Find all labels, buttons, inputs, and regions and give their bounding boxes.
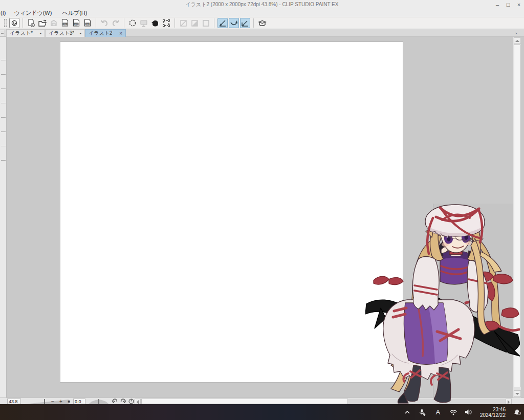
- publish-button[interactable]: [139, 18, 149, 28]
- redo-button[interactable]: [111, 18, 121, 28]
- fill-ink-button[interactable]: [150, 18, 160, 28]
- save-button[interactable]: [49, 18, 59, 28]
- square-halffill-icon: [191, 19, 199, 27]
- snap-curve-icon: [230, 19, 238, 27]
- anime-character-overlay: [365, 203, 520, 404]
- snap-ruler-icon: [219, 19, 227, 27]
- window-title: イラスト2 (2000 x 2000px 72dpi 43.8%) - CLIP…: [0, 1, 524, 8]
- tab-illust1[interactable]: イラスト* ●: [6, 29, 45, 37]
- ink-bucket-icon: [151, 19, 160, 27]
- open-folder-icon: [38, 19, 47, 27]
- volume-icon[interactable]: [465, 408, 473, 416]
- rotate-left-button[interactable]: [112, 399, 118, 404]
- tab-label: イラスト3*: [49, 30, 74, 37]
- zoom-value-field[interactable]: 43.8: [7, 399, 21, 404]
- export-psd-button[interactable]: psd: [82, 18, 93, 28]
- toolbar-separator: [96, 18, 96, 28]
- ime-indicator[interactable]: A: [434, 408, 442, 416]
- palette-strip-ticks: [1, 46, 6, 164]
- modified-dot-icon: ●: [75, 32, 81, 35]
- publish-icon: [140, 19, 148, 27]
- frame-c-button[interactable]: [201, 18, 211, 28]
- rotation-value-field[interactable]: 0.0: [73, 399, 85, 404]
- notification-bell-icon[interactable]: [513, 408, 521, 416]
- undo-icon: [100, 19, 108, 27]
- export-png-label: png: [74, 23, 78, 26]
- material-box-button[interactable]: [257, 18, 267, 28]
- wifi-icon[interactable]: [449, 408, 457, 416]
- toolbar-separator: [214, 18, 214, 28]
- menu-bar: (I) ウィンドウ(W) ヘルプ(H): [0, 9, 524, 17]
- toolbar-separator: [253, 18, 254, 28]
- clock-time: 23:46: [480, 407, 506, 412]
- export-jpg-button[interactable]: jpg: [60, 18, 70, 28]
- toolbar-separator: [174, 18, 175, 28]
- new-file-button[interactable]: [26, 18, 36, 28]
- square-outline-icon: [202, 19, 210, 27]
- clip-studio-button[interactable]: [9, 18, 19, 28]
- scroll-left-button[interactable]: [135, 399, 141, 404]
- snap-grid-button[interactable]: [240, 18, 250, 28]
- snap-special-ruler-button[interactable]: [229, 18, 239, 28]
- clip-studio-paint-window: イラスト2 (2000 x 2000px 72dpi 43.8%) - CLIP…: [0, 0, 524, 420]
- export-jpg-label: jpg: [63, 23, 67, 26]
- undo-button[interactable]: [99, 18, 110, 28]
- export-png-button[interactable]: png: [71, 18, 81, 28]
- reset-rotation-button[interactable]: [128, 399, 135, 404]
- maximize-button[interactable]: □: [505, 2, 511, 8]
- frame-b-button[interactable]: [189, 18, 200, 28]
- new-file-icon: [27, 19, 35, 27]
- windows-taskbar: A 23:46 2024/12/22: [0, 404, 524, 420]
- command-bar: jpg png psd: [0, 17, 524, 29]
- tab-label: イラスト*: [10, 30, 33, 37]
- microphone-tray-icon[interactable]: [419, 408, 427, 416]
- toolbar-grip[interactable]: [4, 19, 7, 27]
- document-tab-bar: イラスト* ● イラスト3* ● イラスト2 × ⌄: [0, 29, 524, 37]
- toolbar-separator: [124, 18, 124, 28]
- rotation-slider-thumb[interactable]: [98, 399, 99, 404]
- menu-item-filter-clipped[interactable]: (I): [0, 10, 9, 16]
- drawing-canvas[interactable]: [60, 42, 403, 382]
- export-psd-label: psd: [85, 23, 90, 26]
- menu-item-help[interactable]: ヘルプ(H): [57, 9, 92, 17]
- title-bar: イラスト2 (2000 x 2000px 72dpi 43.8%) - CLIP…: [0, 0, 524, 9]
- horizontal-scroll-thumb[interactable]: [141, 399, 348, 404]
- crop-canvas-button[interactable]: [161, 18, 171, 28]
- clock-date: 2024/12/22: [480, 412, 506, 418]
- toolbar-separator: [23, 18, 23, 28]
- clipped-palette-edge: [0, 30, 5, 36]
- taskbar-clock[interactable]: 23:46 2024/12/22: [480, 406, 506, 418]
- clip-studio-logo-icon: [11, 19, 18, 27]
- material-box-icon: [258, 19, 267, 27]
- tab-illust2-active[interactable]: イラスト2 ×: [85, 29, 126, 37]
- tab-list-dropdown[interactable]: ⌄: [513, 30, 520, 36]
- tab-close-icon[interactable]: ×: [112, 31, 122, 36]
- close-button[interactable]: ×: [516, 2, 522, 8]
- menu-item-window[interactable]: ウィンドウ(W): [9, 9, 57, 17]
- square-diagonal-icon: [180, 19, 187, 27]
- snap-ruler-button[interactable]: [217, 18, 228, 28]
- minimize-button[interactable]: –: [494, 2, 500, 8]
- tray-chevron-up-icon[interactable]: [403, 408, 411, 416]
- arrow-up-icon: [515, 40, 519, 42]
- modified-dot-icon: ●: [35, 32, 41, 35]
- arrow-left-icon: [137, 400, 139, 404]
- open-file-button[interactable]: [37, 18, 48, 28]
- dashed-circle-icon: [128, 19, 137, 27]
- snap-grid-icon: [241, 19, 249, 27]
- tab-label: イラスト2: [89, 30, 112, 37]
- save-icon: [50, 19, 58, 27]
- redo-icon: [112, 19, 120, 27]
- crop-icon: [162, 19, 170, 27]
- scroll-up-button[interactable]: [514, 37, 521, 44]
- rotate-right-button[interactable]: [120, 399, 126, 404]
- tab-illust3[interactable]: イラスト3* ●: [45, 29, 85, 37]
- frame-a-button[interactable]: [178, 18, 188, 28]
- zoom-slider-thumb[interactable]: [44, 399, 45, 404]
- selection-launcher-button[interactable]: [127, 18, 138, 28]
- collapsed-palette-strip[interactable]: [0, 37, 7, 397]
